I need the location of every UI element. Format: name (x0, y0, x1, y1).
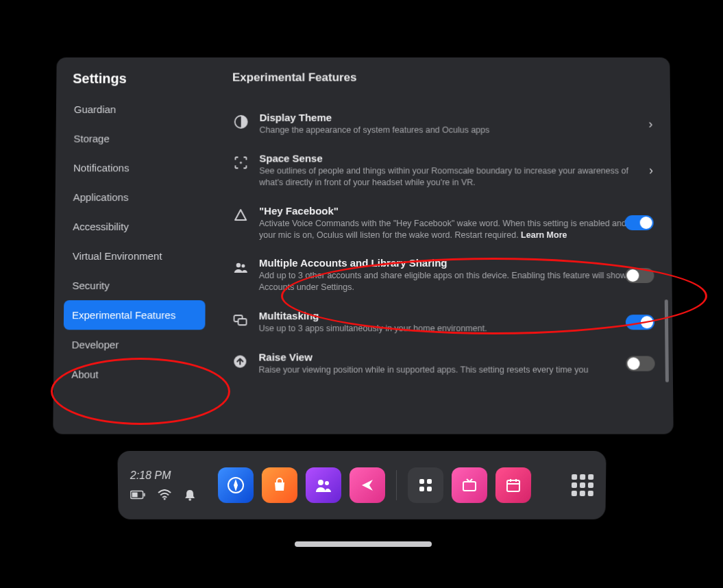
setting-title: Space Sense (259, 152, 628, 164)
toggle-switch[interactable] (625, 268, 654, 283)
setting-row-display-theme[interactable]: Display ThemeChange the appearance of sy… (232, 103, 660, 144)
dock-app-library[interactable] (408, 467, 443, 503)
setting-title: "Hey Facebook" (259, 205, 629, 217)
svg-point-14 (325, 481, 329, 485)
setting-desc: Use up to 3 apps simultaneously in your … (259, 323, 630, 334)
svg-rect-20 (507, 480, 519, 491)
svg-rect-8 (144, 493, 145, 496)
setting-title: Display Theme (260, 112, 628, 123)
setting-row-multiple-accounts-and-library-sharing: Multiple Accounts and Library SharingAdd… (232, 249, 661, 302)
sidebar-item-notifications[interactable]: Notifications (65, 153, 206, 182)
svg-point-2 (236, 263, 241, 267)
chevron-right-icon: › (648, 117, 652, 131)
content-title: Experimental Features (232, 71, 659, 85)
accounts-icon (232, 258, 249, 276)
multi-icon (231, 311, 249, 329)
dock-app-store[interactable] (262, 467, 297, 503)
setting-title: Raise View (258, 351, 630, 363)
theme-icon (232, 113, 250, 131)
setting-desc: Change the appearance of system features… (260, 125, 628, 136)
dock-status-area: 2:18 PM (130, 469, 212, 501)
setting-desc: Add up to 3 other accounts and share eli… (259, 270, 630, 293)
svg-point-10 (164, 498, 166, 500)
sidebar-item-applications[interactable]: Applications (64, 182, 206, 212)
svg-point-11 (188, 498, 191, 501)
svg-point-13 (318, 480, 323, 485)
setting-title: Multiple Accounts and Library Sharing (259, 257, 629, 269)
svg-rect-15 (419, 479, 424, 484)
setting-row-hey-facebook: "Hey Facebook"Activate Voice Commands wi… (232, 197, 661, 249)
sidebar-item-developer[interactable]: Developer (63, 330, 205, 359)
dock-separator (396, 470, 397, 500)
svg-rect-18 (427, 487, 432, 491)
sidebar-item-virtual-environment[interactable]: Virtual Environment (64, 241, 206, 271)
sidebar-item-accessibility[interactable]: Accessibility (64, 212, 206, 241)
setting-row-multitasking: MultitaskingUse up to 3 apps simultaneou… (231, 302, 661, 343)
toggle-switch[interactable] (625, 215, 654, 230)
sidebar-title: Settings (66, 70, 206, 95)
svg-rect-16 (427, 479, 432, 484)
setting-desc: Activate Voice Commands with the "Hey Fa… (259, 218, 629, 241)
settings-sidebar: Settings GuardianStorageNotificationsApp… (53, 58, 213, 434)
setting-row-raise-view: Raise ViewRaise your viewing position wh… (231, 343, 662, 384)
svg-point-1 (240, 162, 242, 164)
raise-icon (231, 352, 249, 370)
chevron-right-icon: › (649, 163, 653, 177)
setting-row-space-sense[interactable]: Space SenseSee outlines of people and th… (232, 144, 660, 196)
dock-bar: 2:18 PM (117, 451, 606, 519)
sidebar-item-about[interactable]: About (63, 360, 205, 389)
dock-app-events[interactable] (495, 467, 531, 503)
wifi-icon[interactable] (158, 489, 171, 500)
svg-rect-9 (132, 492, 138, 497)
space-icon (232, 154, 249, 171)
svg-rect-5 (238, 319, 247, 325)
all-apps-button[interactable] (572, 474, 593, 496)
toggle-switch[interactable] (626, 356, 654, 371)
voice-icon (232, 206, 249, 224)
svg-rect-17 (419, 487, 424, 491)
sidebar-item-storage[interactable]: Storage (65, 124, 206, 154)
setting-title: Multitasking (259, 310, 630, 321)
clock: 2:18 PM (130, 469, 212, 482)
learn-more-link[interactable]: Learn More (521, 230, 567, 240)
setting-desc: Raise your viewing position while in sup… (258, 365, 630, 376)
svg-point-3 (241, 265, 245, 268)
dock-app-people[interactable] (306, 467, 341, 503)
dock-app-share[interactable] (350, 467, 385, 503)
battery-icon[interactable] (130, 490, 145, 500)
scrollbar[interactable] (665, 299, 669, 382)
window-grab-handle[interactable] (295, 541, 432, 547)
dock-app-explore[interactable] (218, 467, 254, 503)
sidebar-item-experimental-features[interactable]: Experimental Features (64, 300, 206, 330)
notifications-icon[interactable] (184, 489, 196, 501)
setting-desc: See outlines of people and things within… (259, 165, 628, 188)
sidebar-item-security[interactable]: Security (64, 271, 206, 300)
content-pane: Experimental Features Display ThemeChang… (212, 58, 674, 434)
toggle-switch[interactable] (626, 315, 654, 330)
svg-rect-19 (463, 482, 476, 491)
dock-app-tv[interactable] (452, 467, 487, 503)
sidebar-item-guardian[interactable]: Guardian (66, 95, 206, 124)
settings-panel: Settings GuardianStorageNotificationsApp… (53, 58, 673, 434)
